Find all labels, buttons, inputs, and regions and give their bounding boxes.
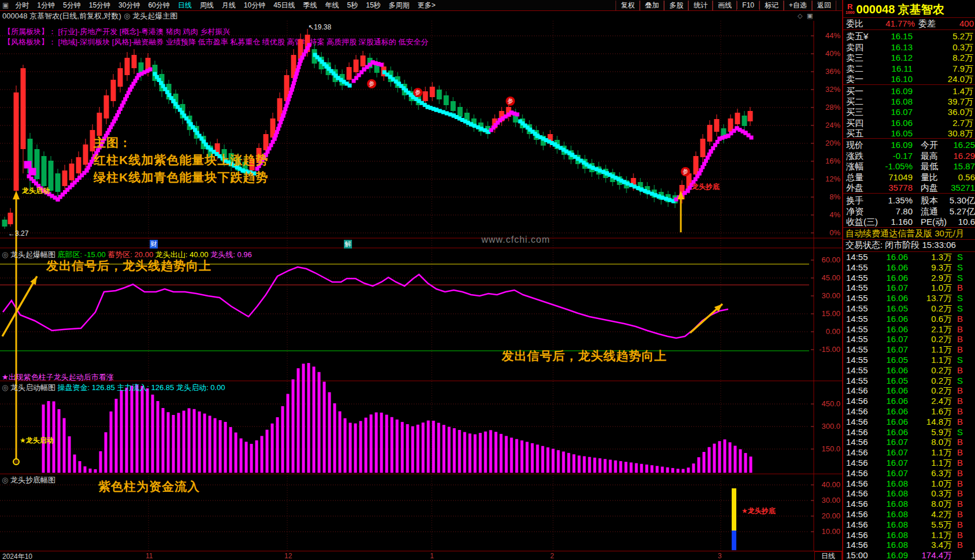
tick-row: 14:5616.061.6万B4 (843, 406, 975, 417)
tick-list[interactable]: 14:5516.061.3万S114:5516.069.3万S214:5516.… (843, 251, 975, 560)
main-scale-label: 20% (810, 139, 840, 147)
main-scale-label: 32% (810, 86, 840, 94)
can-badge-icon[interactable]: 参 (413, 88, 422, 97)
bid-level-row[interactable]: 买四16.062.7万 (843, 117, 975, 128)
pane4-scale-label: 30.00 (810, 496, 840, 505)
tick-row: 14:5516.051.1万S2 (843, 355, 975, 365)
x-axis-label: 2 (550, 552, 554, 560)
margin-r-badge: R1000 (846, 4, 855, 16)
quote-stat-row: 外盘35778内盘35271 (843, 182, 975, 193)
signal-label-longtou-qidong: 龙头启动 (22, 186, 50, 196)
ask-level-row[interactable]: 卖五¥16.155.2万 (843, 31, 975, 42)
tick-row: 14:5516.071.1万B5 (843, 344, 975, 355)
stock-header: R1000 000048 京基智农 (846, 2, 944, 17)
tick-row: 14:5616.088.0万B6 (843, 499, 975, 509)
bid-level-row[interactable]: 买一16.091.4万 (843, 86, 975, 97)
tick-row: 14:5616.083.4万B2 (843, 540, 975, 550)
pane4-header: ◎ 龙头抄底幅图 (2, 475, 55, 485)
ask-level-row[interactable]: 卖二16.117.9万 (843, 63, 975, 74)
x-axis-label: 3 (718, 552, 722, 560)
weicha-value: 400 (940, 18, 974, 29)
watermark: www.cfchi.com (481, 235, 550, 245)
pane3-note: ★出现紫色柱子龙头起动后市看涨 (2, 372, 114, 383)
ask-level-row[interactable]: 卖三16.128.2万 (843, 52, 975, 63)
tick-row: 14:5516.070.2万B1 (843, 334, 975, 344)
financial-stat-row: 收益(三)1.160PE(动)10.6 (843, 216, 975, 227)
quote-stat-row: 涨幅-1.05%最低15.87 (843, 161, 975, 172)
tick-row: 14:5616.076.3万B3 (843, 468, 975, 479)
tick-row: 14:5616.081.1万B1 (843, 530, 975, 540)
trade-status: 交易状态: 闭市阶段 15:33:06 (846, 240, 956, 250)
high-price-marker: ↖19.38 (308, 23, 331, 31)
main-scale-label: 16% (810, 157, 840, 165)
main-scale-label: 8% (810, 193, 840, 201)
quote-stat-row: 总量71049量比0.56 (843, 172, 975, 183)
tick-row: 14:5616.062.4万B15 (843, 396, 975, 406)
low-price-marker: ←3.27 (8, 229, 28, 238)
tick-row: 14:5516.069.3万S2 (843, 262, 975, 273)
pane2-annotation-right: 发出信号后，龙头线趋势向上 (502, 348, 667, 364)
main-scale-label: 36% (810, 68, 840, 76)
can-badge-icon[interactable]: 参 (367, 79, 376, 88)
pane4-title[interactable]: 龙头抄底幅图 (10, 476, 55, 484)
pane4-scale-label: 20.00 (810, 512, 840, 520)
chart-canvas[interactable] (0, 0, 842, 551)
pane2-collapse-icon[interactable]: ◎ (2, 250, 10, 259)
bid-level-row[interactable]: 买三16.0736.0万 (843, 106, 975, 117)
tick-row: 14:5616.060.2万B1 (843, 385, 975, 396)
event-marker-icon-财[interactable]: 财 (150, 240, 158, 249)
tick-row: 14:5616.065.9万S17 (843, 427, 975, 437)
main-scale-label: 44% (810, 32, 840, 40)
weibi-value: 41.77% (873, 18, 915, 29)
can-badge-icon[interactable]: 参 (506, 97, 515, 106)
pane3-collapse-icon[interactable]: ◎ (2, 383, 10, 392)
pane2-scale-label: 45.00 (810, 274, 840, 282)
tick-row: 14:5616.080.3万B1 (843, 488, 975, 499)
tick-row: 14:5516.050.2万S1 (843, 303, 975, 314)
x-axis: 日线 2024年101112123 (0, 551, 842, 560)
quote-stat-row: 涨跌-0.17最高16.29 (843, 150, 975, 161)
main-annotation-line2: 红柱K线加紫色能量块上涨趋势 (94, 152, 268, 168)
pane2-scale-label: 0.00 (810, 328, 840, 336)
tick-row: 14:5516.071.0万B3 (843, 283, 975, 293)
pane2-scale-label: 60.00 (810, 256, 840, 264)
signal-label-longtou-chaodi: 龙头抄底 (692, 182, 720, 192)
bid-level-row[interactable]: 买二16.0839.7万 (843, 96, 975, 107)
pane3-signal-label: ★龙头启动 (20, 436, 54, 446)
pane4-collapse-icon[interactable]: ◎ (2, 476, 10, 484)
tick-row: 14:5616.081.0万B2 (843, 479, 975, 489)
pane3-header: ◎ 龙头启动幅图 操盘资金: 126.85 主力流入: 126.85 龙头启动:… (2, 383, 225, 393)
tick-row: 14:5516.062.1万B8 (843, 324, 975, 335)
ask-level-row[interactable]: 卖一16.1024.0万 (843, 73, 975, 84)
tick-row: 14:5516.062.9万S2 (843, 273, 975, 283)
main-scale-label: 0% (810, 229, 840, 237)
pane4-signal-label: ★龙头抄底 (742, 506, 776, 516)
tick-row: 14:5616.0614.8万B26 (843, 417, 975, 427)
stock-code-name: 000048 京基智农 (857, 2, 944, 17)
main-scale-label: 28% (810, 103, 840, 112)
main-scale-label: 4% (810, 211, 840, 219)
financial-stat-row: 净资7.80流通5.27亿 (843, 206, 975, 217)
pane2-scale-label: -15.00 (810, 346, 840, 354)
tick-row: 14:5516.060.2万B1 (843, 365, 975, 376)
pane4-scale-label: 40.00 (810, 481, 840, 489)
x-axis-label: 11 (146, 552, 153, 560)
quote-stat-row: 现价16.09今开16.25 (843, 139, 975, 150)
ask-level-row[interactable]: 卖四16.130.3万 (843, 42, 975, 53)
tick-row: 14:5616.071.1万B2 (843, 458, 975, 468)
tick-row: 14:5616.085.5万B4 (843, 520, 975, 530)
period-box[interactable]: 日线 (814, 551, 842, 560)
pane4-scale-label: 10.00 (810, 528, 840, 536)
x-axis-label: 2024年10 (2, 552, 32, 560)
main-annotation-line3: 绿柱K线加青色能量块下跌趋势 (94, 169, 268, 186)
event-marker-icon-解[interactable]: 解 (344, 240, 352, 249)
pane3-title[interactable]: 龙头启动幅图 (10, 383, 55, 392)
main-annotation-line1: 主图： (94, 135, 132, 151)
promo-banner[interactable]: 自动续费通达信普及版 30元/月 (843, 227, 975, 240)
pane2-scale-label: 30.00 (810, 292, 840, 300)
bid-level-row[interactable]: 买五16.0530.8万 (843, 128, 975, 139)
pane3-scale-label: 150.0 (810, 445, 840, 453)
tick-row: 14:5616.084.2万B3 (843, 509, 975, 520)
can-badge-icon[interactable]: 参 (681, 167, 690, 176)
x-axis-label: 1 (430, 552, 434, 560)
